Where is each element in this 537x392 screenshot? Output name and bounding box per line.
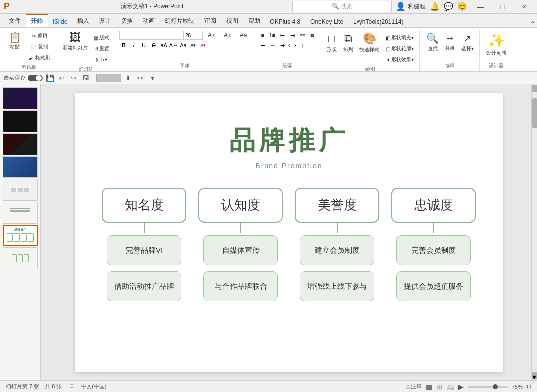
bullets-button[interactable]: ≡ (258, 31, 267, 40)
paragraph-group-label: 段落 (282, 62, 292, 70)
slide-thumb-1[interactable]: 1 (3, 87, 38, 109)
tab-file[interactable]: 文件 (4, 15, 26, 27)
clear-format-button[interactable]: Aa (236, 31, 251, 39)
tab-transitions[interactable]: 切换 (116, 15, 138, 27)
slide-thumb-6[interactable]: 6 (3, 202, 38, 224)
shape-effect-button[interactable]: ✦ 形状效果▾ (383, 55, 416, 65)
autosave-toggle[interactable] (28, 75, 43, 81)
align-right-button[interactable]: ➡ (278, 41, 287, 50)
column-header-text-1: 知名度 (125, 196, 164, 214)
decrease-font-button[interactable]: A↓ (220, 31, 235, 39)
textcolor-button[interactable]: A▾ (199, 41, 208, 50)
status-left: 幻灯片第 7 张，共 8 张 □ 中文(中国) (6, 383, 106, 390)
fontcolor-button[interactable]: Aa (179, 41, 188, 50)
font-controls: A↑ A↓ Aa B I U S aA A↔ Aa A▾ A▾ (119, 31, 251, 61)
align-center-button[interactable]: ↔ (268, 41, 277, 50)
tab-view[interactable]: 视图 (221, 15, 243, 27)
slide-thumb-2[interactable]: 2 (3, 110, 38, 132)
reading-view-button[interactable]: 📖 (446, 383, 454, 391)
notes-button[interactable]: △注释 (405, 383, 422, 390)
shape-fill-button[interactable]: ◧ 形状填充▾ (383, 33, 416, 43)
underline-button[interactable]: U (139, 41, 148, 50)
zoom-slider[interactable] (468, 386, 508, 388)
italic-button[interactable]: I (129, 41, 138, 50)
redo-button[interactable]: ↪ (69, 73, 79, 83)
find-button[interactable]: 🔍 查找 (424, 31, 441, 54)
designer-group-label: 设计器 (489, 62, 504, 70)
decrease-indent-button[interactable]: ⇤ (278, 31, 287, 40)
qa-dropdown-button[interactable]: ⬇ (123, 73, 133, 83)
layout-button[interactable]: ▦ 版式 (91, 33, 112, 43)
linecount-button[interactable]: ≡≡ (298, 31, 307, 40)
tab-okplus[interactable]: OKPlus 4.8 (265, 16, 305, 27)
section-button[interactable]: § 节▾ (91, 55, 112, 65)
slide-thumb-3[interactable]: 3 (3, 133, 38, 155)
paste-button[interactable]: 📋 粘贴 (5, 31, 25, 52)
qa-remove-button[interactable]: ✂ (135, 73, 145, 83)
bold-button[interactable]: B (119, 41, 128, 50)
tab-help[interactable]: 帮助 (243, 15, 265, 27)
qa-extra-button[interactable]: ▾ (147, 73, 157, 83)
close-button[interactable]: × (515, 0, 533, 14)
design-ideas-button[interactable]: ✨ 设计灵感 (484, 31, 509, 58)
tab-lvyh[interactable]: LvyhTools(201114) (348, 16, 408, 27)
section-icon: § (96, 57, 99, 63)
select-button[interactable]: ↗ 选择▾ (459, 31, 476, 54)
strikethrough-button[interactable]: S (149, 41, 158, 50)
columns-button[interactable]: ▦ (308, 31, 317, 40)
slide-sorter-button[interactable]: ⊞ (436, 383, 442, 391)
new-slide-icon: 🖼 (70, 32, 81, 43)
minimize-button[interactable]: — (471, 0, 489, 14)
tab-review[interactable]: 审阅 (199, 15, 221, 27)
new-slide-button[interactable]: 🖼 新建幻灯片 (60, 31, 90, 53)
emoji-icon: 😊 (457, 2, 467, 11)
save-button[interactable]: 💾 (45, 73, 55, 83)
font-size-input[interactable] (185, 31, 203, 40)
tab-islide[interactable]: iSlide (48, 16, 72, 27)
normal-view-button[interactable]: ▦ (426, 383, 432, 391)
ribbon-collapse-icon[interactable]: ⌃ (530, 20, 535, 27)
fit-slide-button[interactable]: ⊡ (527, 383, 531, 390)
font-name-input[interactable] (119, 31, 184, 40)
highlight-button[interactable]: A▾ (189, 41, 198, 50)
charspacing-button[interactable]: A↔ (169, 41, 178, 50)
replace-button[interactable]: ↔ 替换 (443, 31, 457, 53)
line-spacing-button[interactable]: ↕ (298, 41, 307, 50)
maximize-button[interactable]: □ (493, 0, 511, 14)
tab-onekey[interactable]: OneKey Lite (305, 16, 348, 27)
tab-slideshow[interactable]: 幻灯片放映 (160, 15, 199, 27)
increase-font-button[interactable]: A↑ (204, 31, 219, 39)
cut-icon: ✂ (32, 33, 36, 39)
slide-thumb-5[interactable]: 5 (3, 179, 38, 201)
tab-insert[interactable]: 插入 (72, 15, 94, 27)
present-button[interactable]: 🖫 (81, 73, 90, 83)
connector-3 (337, 223, 338, 233)
search-bar[interactable]: 🔍 搜索 (292, 1, 392, 12)
slide-thumb-4[interactable]: 4 (3, 156, 38, 178)
slide-thumb-8[interactable]: 8 (3, 247, 38, 269)
cut-button[interactable]: ✂ 剪切 (26, 31, 53, 41)
align-left-button[interactable]: ⬅ (258, 41, 267, 50)
justify-button[interactable]: ⟺ (288, 41, 297, 50)
slideshow-button[interactable]: ▶ (458, 383, 464, 391)
undo-button[interactable]: ↩ (57, 73, 67, 83)
paste-icon: 📋 (9, 32, 21, 42)
tab-design[interactable]: 设计 (94, 15, 116, 27)
copy-button[interactable]: 📄 复制 (26, 42, 53, 52)
shape-button[interactable]: □ 形状 (324, 31, 339, 55)
slide-thumb-7[interactable]: 7 品牌推广 (3, 225, 38, 246)
format-painter-button[interactable]: 🖌 格式刷 (26, 53, 53, 63)
scrollbar-thumb-v[interactable] (532, 98, 537, 128)
slides-group-label: 幻灯片 (79, 66, 93, 72)
vertical-scrollbar[interactable]: ▾ (531, 84, 537, 380)
tab-home[interactable]: 开始 (26, 14, 48, 27)
arrange-button[interactable]: ⧉ 排列 (341, 31, 356, 55)
increase-indent-button[interactable]: ⇥ (288, 31, 297, 40)
numbering-button[interactable]: 1≡ (268, 31, 277, 40)
quick-style-button[interactable]: 🎨 快速样式 (357, 31, 382, 55)
reset-button[interactable]: ↺ 重置 (91, 44, 112, 54)
shape-outline-button[interactable]: ▢ 形状轮廓▾ (383, 44, 416, 54)
shadow-button[interactable]: aA (159, 41, 168, 50)
tab-animations[interactable]: 动画 (138, 15, 160, 27)
arrange-label: 排列 (343, 46, 353, 53)
